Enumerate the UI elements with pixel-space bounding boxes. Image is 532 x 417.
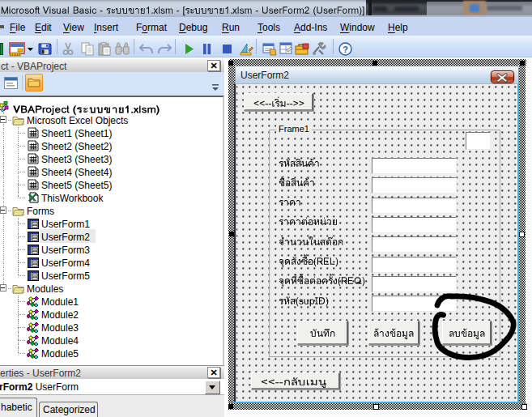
svg-text:?: ? <box>343 45 348 54</box>
